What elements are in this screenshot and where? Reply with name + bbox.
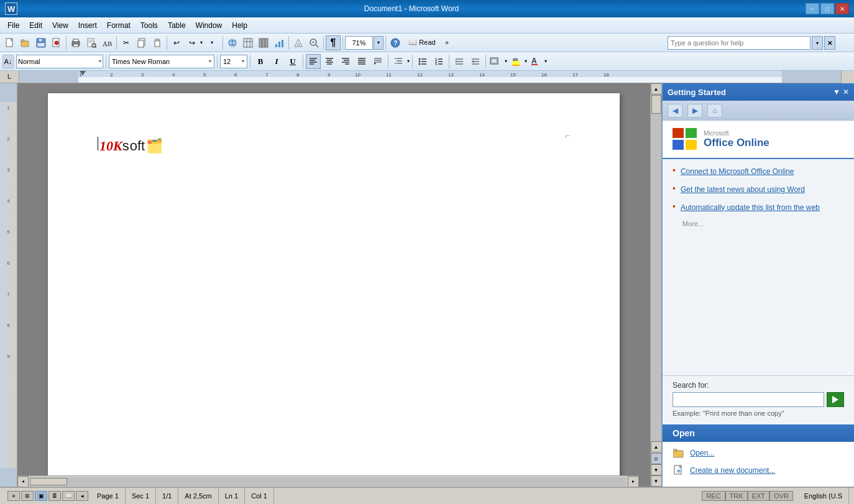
panel-search-input[interactable] [673,392,824,407]
menu-help[interactable]: Help [227,19,252,32]
preview-button[interactable] [84,35,99,50]
prev-page-button[interactable]: ▲ [651,441,662,452]
scroll-left-button[interactable]: ◂ [17,476,29,487]
help-close-button[interactable]: ✕ [824,36,835,50]
font-color-button[interactable]: A [528,54,543,69]
font-select[interactable]: Times New Roman ▾ [109,55,214,68]
redo-dropdown[interactable]: ▾ [211,37,221,48]
select-browse-button[interactable]: ⊙ [651,453,662,464]
line-spacing-button[interactable] [391,54,406,69]
paste-button[interactable] [150,35,165,50]
copy-button[interactable] [134,35,149,50]
bold-button[interactable]: B [253,54,268,69]
scroll-right-button[interactable]: ▸ [628,476,639,487]
scroll-thumb[interactable] [651,95,661,114]
read-button[interactable]: 📖 Read [403,35,441,50]
document-content[interactable]: 10K s o f t 🗂️ [98,131,570,154]
search-go-button[interactable] [827,392,844,407]
panel-home-button[interactable]: ⌂ [707,104,722,117]
menu-edit[interactable]: Edit [24,19,47,32]
close-button[interactable]: ✕ [835,3,849,14]
size-select[interactable]: 12 ▾ [220,55,247,68]
underline-button[interactable]: U [285,54,300,69]
indent-level-button[interactable] [370,54,385,69]
hyperlink-button[interactable] [225,35,240,50]
document-area[interactable]: 10K s o f t 🗂️ ⌐ [17,83,650,487]
reading-view-button[interactable]: 📖 [62,491,75,501]
print-layout-button[interactable]: ▣ [35,491,47,501]
web-layout-button[interactable]: ⊞ [21,491,34,501]
panel-close-button[interactable]: ✕ [843,88,849,96]
zoom-dropdown[interactable]: ▾ [374,36,383,50]
document-page[interactable]: 10K s o f t 🗂️ ⌐ [48,93,620,487]
new-button[interactable] [2,35,17,50]
permission-button[interactable] [49,35,64,50]
svg-rect-87 [512,65,520,66]
menu-table[interactable]: Table [163,19,191,32]
toolbar-expand[interactable]: » [441,35,452,50]
help-button[interactable]: ? [388,35,403,50]
spellcheck-button[interactable]: AB~~~ [99,35,114,50]
menu-window[interactable]: Window [191,19,227,32]
panel-back-button[interactable]: ◀ [668,104,682,117]
chart-button[interactable] [272,35,287,50]
more-link[interactable]: More... [682,220,844,227]
status-at: At 2,5cm [178,488,218,504]
zoom-out-button[interactable] [306,35,321,50]
highlight-button[interactable]: ab [508,54,523,69]
menu-file[interactable]: File [2,19,24,32]
next-page-button[interactable]: ▼ [651,464,662,475]
numbering-button[interactable]: 1.2.3. [431,54,446,69]
font-color-dropdown[interactable]: ▾ [544,58,547,64]
bullets-button[interactable] [415,54,430,69]
menu-insert[interactable]: Insert [73,19,102,32]
h-scroll-thumb[interactable] [30,478,67,485]
columns-button[interactable] [256,35,271,50]
open-link-2[interactable]: Create a new document... [673,464,844,477]
decrease-indent-button[interactable] [452,54,467,69]
help-search-input[interactable] [668,36,810,50]
panel-dropdown-button[interactable]: ▼ [833,88,840,96]
bullet-link-1[interactable]: Connect to Microsoft Office Online [681,167,794,177]
align-justify-button[interactable] [354,54,369,69]
align-center-button[interactable] [322,54,337,69]
bullet-link-2[interactable]: Get the latest news about using Word [681,185,805,195]
undo-dropdown[interactable]: ▾ [200,37,210,48]
help-dropdown-button[interactable]: ▾ [812,36,823,50]
save-button[interactable] [34,35,48,50]
cut-button[interactable]: ✂ [119,35,134,50]
drawing-button[interactable]: A [291,35,306,50]
borders-button[interactable] [489,54,503,69]
borders-dropdown[interactable]: ▾ [505,58,507,64]
panel-forward-button[interactable]: ▶ [687,104,702,117]
italic-button[interactable]: I [269,54,284,69]
scroll-down-button[interactable]: ▼ [651,475,662,487]
open-button[interactable] [18,35,33,50]
menu-tools[interactable]: Tools [135,19,163,32]
scroll-up-button[interactable]: ▲ [651,83,662,94]
open-link-text-1[interactable]: Open... [690,449,714,457]
align-right-button[interactable] [338,54,353,69]
maximize-button[interactable]: □ [820,3,834,14]
increase-indent-button[interactable] [468,54,483,69]
align-left-button[interactable] [306,54,321,69]
menu-format[interactable]: Format [102,19,135,32]
print-button[interactable] [68,35,83,50]
menu-view[interactable]: View [47,19,73,32]
minimize-button[interactable]: − [806,3,819,14]
scroll-track[interactable] [651,94,661,441]
redo-button[interactable]: ↪ [185,35,200,50]
line-spacing-dropdown[interactable]: ▾ [407,58,410,64]
open-link-text-2[interactable]: Create a new document... [690,466,775,475]
h-scroll-track[interactable] [30,477,627,486]
undo-button[interactable]: ↩ [169,35,184,50]
style-select[interactable]: Normal ▾ [16,55,103,68]
left-arrow-button[interactable]: ◂ [76,491,88,501]
highlight-dropdown[interactable]: ▾ [525,58,527,64]
outline-view-button[interactable]: ≣ [48,491,61,501]
normal-view-button[interactable]: ≡ [7,491,20,501]
open-link-1[interactable]: Open... [673,447,844,459]
show-formatting-button[interactable]: ¶ [326,35,341,50]
bullet-link-3[interactable]: Automatically update this list from the … [681,203,820,213]
tables-button[interactable] [241,35,255,50]
